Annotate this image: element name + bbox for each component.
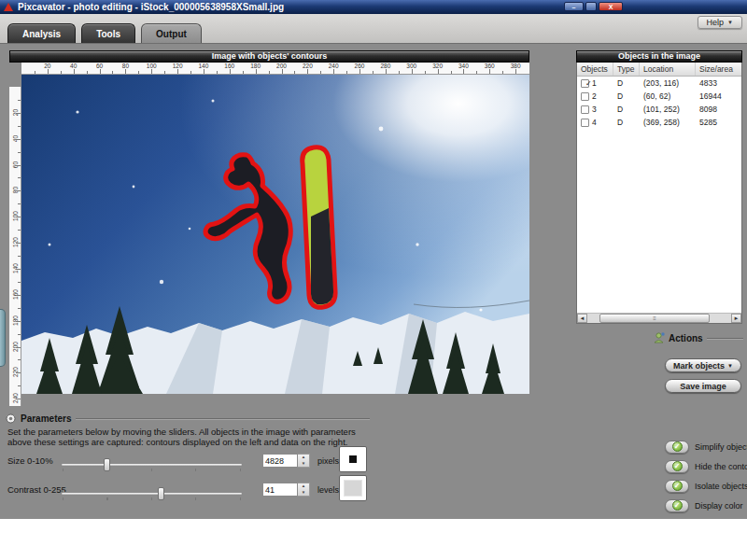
object-size: 5285 xyxy=(696,118,742,127)
main-content: Image with objects' contours 20406080100… xyxy=(0,43,747,519)
spin-down-icon[interactable]: ▼ xyxy=(298,461,309,468)
contrast-slider-track[interactable] xyxy=(61,492,243,496)
app-window: Pixcavator - photo editing - iStock_0000… xyxy=(0,0,747,519)
parameters-description: Set the parameters below by moving the s… xyxy=(7,427,381,448)
object-type: D xyxy=(613,118,640,127)
horizontal-scrollbar[interactable]: ◄ ≡ ► xyxy=(577,313,741,323)
scroll-left-arrow[interactable]: ◄ xyxy=(577,314,587,323)
size-spinner[interactable]: ▲▼ xyxy=(298,454,310,468)
scrollbar-thumb[interactable]: ≡ xyxy=(599,314,710,323)
help-button-label: Help xyxy=(707,18,725,27)
object-checkbox[interactable] xyxy=(581,119,589,127)
check-icon: ✓ xyxy=(672,481,683,491)
black-square-swatch xyxy=(349,455,357,463)
image-panel-header: Image with objects' contours xyxy=(9,50,529,63)
actions-label: Actions xyxy=(669,333,703,343)
toggle-hide-the-contours[interactable]: ✓Hide the contours xyxy=(665,459,747,473)
vertical-ruler: 20406080100120140160180200220240 xyxy=(9,87,21,406)
maximize-button[interactable] xyxy=(585,2,597,11)
col-size-area: Size/area xyxy=(696,63,742,76)
toggle-pill[interactable]: ✓ xyxy=(665,480,689,493)
help-button[interactable]: Help ▼ xyxy=(698,16,742,29)
check-icon: ✓ xyxy=(672,461,683,471)
object-size: 8098 xyxy=(696,105,742,114)
contrast-unit-label: levels xyxy=(317,485,339,495)
tab-tools[interactable]: Tools xyxy=(81,23,135,43)
minimize-button[interactable]: – xyxy=(564,2,584,11)
toggle-pill[interactable]: ✓ xyxy=(665,460,689,473)
chevron-down-icon: ▼ xyxy=(727,20,733,25)
horizontal-ruler: 2040608010012014016018020022024026028030… xyxy=(21,63,529,75)
size-slider[interactable] xyxy=(61,458,243,471)
image-panel: Image with objects' contours 20406080100… xyxy=(9,50,529,394)
col-type: Type xyxy=(613,63,640,76)
save-image-label: Save image xyxy=(680,382,726,391)
scroll-right-arrow[interactable]: ► xyxy=(731,314,741,323)
check-icon: ✓ xyxy=(672,500,683,511)
actions-person-icon xyxy=(654,332,665,343)
parameters-label: Parameters xyxy=(21,413,71,424)
save-image-button[interactable]: Save image xyxy=(665,379,741,393)
toggle-display-color[interactable]: ✓Display color xyxy=(665,498,743,512)
toolbar-strip: Help ▼ AnalysisToolsOutput xyxy=(0,14,747,43)
actions-header: Actions xyxy=(654,332,743,343)
gray-square-swatch xyxy=(344,480,362,497)
object-type: D xyxy=(613,78,640,88)
toggle-pill[interactable]: ✓ xyxy=(665,499,689,512)
object-id: 1 xyxy=(592,78,597,88)
close-button[interactable]: X xyxy=(599,2,623,11)
contrast-value-input[interactable] xyxy=(262,483,298,497)
object-checkbox[interactable]: ✓ xyxy=(581,79,589,88)
app-logo-icon xyxy=(4,3,13,11)
contrast-slider-thumb[interactable] xyxy=(158,487,164,500)
contrast-spinner[interactable]: ▲▼ xyxy=(298,483,310,497)
size-value-input[interactable] xyxy=(262,454,298,468)
toggle-label: Simplify objects xyxy=(695,442,747,452)
objects-table-body: ✓1D(203, 116)48332D(60, 62)169443D(101, … xyxy=(577,77,741,129)
object-id: 4 xyxy=(592,118,597,127)
collapsed-panel-handle[interactable] xyxy=(0,309,6,367)
toggle-label: Hide the contours xyxy=(695,462,747,471)
tab-analysis[interactable]: Analysis xyxy=(7,23,76,43)
image-body: 20406080100120140160180200220240 xyxy=(9,75,529,394)
toggle-label: Display color xyxy=(695,501,743,511)
size-unit-label: pixels xyxy=(317,456,339,466)
contrast-slider[interactable] xyxy=(61,487,243,500)
photo-canvas[interactable] xyxy=(21,75,529,394)
objects-panel: Objects in the image Objects Type Locati… xyxy=(576,50,742,324)
table-row[interactable]: 2D(60, 62)16944 xyxy=(577,90,741,103)
size-slider-thumb[interactable] xyxy=(104,458,110,471)
chevron-down-icon: ▼ xyxy=(727,363,733,369)
mark-objects-label: Mark objects xyxy=(673,361,725,371)
toggle-simplify-objects[interactable]: ✓Simplify objects xyxy=(665,440,747,454)
spin-down-icon[interactable]: ▼ xyxy=(298,490,309,497)
size-slider-track[interactable] xyxy=(61,463,243,467)
object-location: (369, 258) xyxy=(640,118,696,127)
table-row[interactable]: ✓1D(203, 116)4833 xyxy=(577,77,741,90)
contrast-color-button[interactable] xyxy=(339,475,367,501)
object-checkbox[interactable] xyxy=(581,92,589,101)
col-objects: Objects xyxy=(577,63,613,76)
object-size: 16944 xyxy=(696,91,742,101)
objects-table: Objects Type Location Size/area ✓1D(203,… xyxy=(576,63,742,324)
parameters-icon xyxy=(6,413,16,424)
size-slider-ticks xyxy=(63,469,241,471)
object-id: 2 xyxy=(592,91,597,101)
table-row[interactable]: 4D(369, 258)5285 xyxy=(577,116,741,129)
mark-objects-button[interactable]: Mark objects ▼ xyxy=(665,358,741,372)
object-type: D xyxy=(613,91,640,101)
object-size: 4833 xyxy=(696,78,742,88)
parameters-header: Parameters xyxy=(6,413,370,424)
actions-divider xyxy=(707,338,743,339)
toggle-isolate-objects[interactable]: ✓Isolate objects xyxy=(665,479,747,493)
object-id: 3 xyxy=(592,105,597,114)
table-row[interactable]: 3D(101, 252)8098 xyxy=(577,103,741,116)
object-checkbox[interactable] xyxy=(581,105,589,114)
object-location: (101, 252) xyxy=(640,105,696,114)
window-title: Pixcavator - photo editing - iStock_0000… xyxy=(18,2,284,12)
object-location: (203, 116) xyxy=(640,78,696,88)
tab-output[interactable]: Output xyxy=(141,23,202,43)
objects-table-header: Objects Type Location Size/area xyxy=(577,63,741,77)
size-color-button[interactable] xyxy=(339,446,367,472)
toggle-pill[interactable]: ✓ xyxy=(665,441,689,454)
